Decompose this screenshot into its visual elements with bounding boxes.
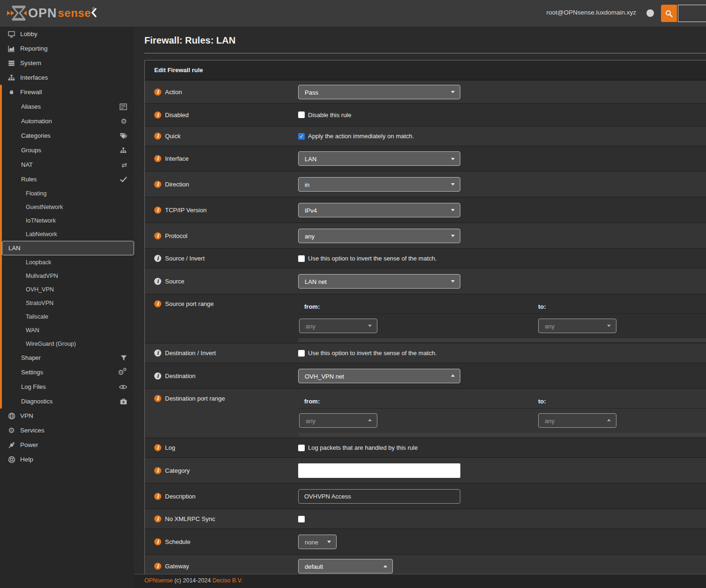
sidebar-item-aliases[interactable]: Aliases	[2, 99, 134, 114]
sidebar-item-categories[interactable]: Categories	[2, 128, 134, 143]
field-label: Destination	[165, 372, 195, 380]
sidebar-item-rules-loopback[interactable]: Loopback	[2, 255, 134, 269]
sidebar-item-rules-tailscale[interactable]: Tailscale	[2, 310, 134, 323]
sidebar-item-power[interactable]: Power	[0, 438, 134, 452]
chevron-down-icon	[607, 325, 611, 327]
sidebar-item-label: Lobby	[20, 30, 38, 37]
sidebar-item-rules-stratovpn[interactable]: StratoVPN	[2, 296, 134, 310]
action-select[interactable]: Pass	[298, 85, 460, 99]
info-icon[interactable]: i	[154, 232, 161, 239]
sidebar-collapse-button[interactable]	[91, 8, 98, 18]
sidebar-item-groups[interactable]: Groups	[2, 143, 134, 157]
sidebar-item-log-files[interactable]: Log Files	[2, 380, 134, 394]
from-label: from:	[298, 303, 538, 310]
horizontal-scrollbar[interactable]	[298, 338, 706, 342]
search-button[interactable]	[661, 5, 677, 22]
source-select[interactable]: LAN net	[298, 274, 460, 289]
sidebar-item-lobby[interactable]: Lobby	[0, 27, 134, 41]
log-checkbox[interactable]	[298, 445, 305, 451]
child-label: Aliases	[21, 103, 41, 110]
sub-label: LabNetwork	[26, 231, 57, 238]
sidebar-item-nat[interactable]: NAT ⇄	[2, 157, 134, 172]
opnsense-footer-link[interactable]: OPNsense	[144, 577, 173, 584]
child-label: Automation	[21, 118, 52, 125]
description-input[interactable]: OVHVPN Access	[298, 489, 460, 504]
info-icon[interactable]: i	[154, 538, 161, 545]
interface-select[interactable]: LAN	[298, 151, 460, 166]
quick-checkbox[interactable]: ✓	[298, 133, 305, 140]
info-icon[interactable]: i	[154, 350, 161, 357]
disabled-checkbox[interactable]	[298, 112, 305, 118]
sidebar-item-help[interactable]: Help	[0, 452, 134, 467]
info-icon[interactable]: i	[154, 493, 161, 500]
sidebar-item-rules-guestnetwork[interactable]: GuestNetwork	[2, 200, 134, 214]
field-label: Destination / Invert	[165, 350, 216, 357]
sidebar-item-interfaces[interactable]: Interfaces	[0, 70, 134, 85]
sidebar-item-rules-labnetwork[interactable]: LabNetwork	[2, 227, 134, 241]
sidebar-item-rules-iotnetwork[interactable]: IoTNetwork	[2, 214, 134, 227]
category-input[interactable]	[298, 463, 460, 478]
destination-port-to-select[interactable]: any	[538, 413, 616, 428]
sidebar-item-services[interactable]: ⚙ Services	[0, 423, 134, 438]
to-label: to:	[538, 303, 546, 310]
sidebar-item-rules-mullvadvpn[interactable]: MullvadVPN	[2, 269, 134, 283]
source-invert-checkbox[interactable]	[298, 255, 305, 262]
sidebar-item-rules-floating[interactable]: Floating	[2, 186, 134, 200]
chevron-up-icon	[607, 419, 611, 421]
destination-port-from-select[interactable]: any	[299, 413, 377, 428]
from-label: from:	[298, 398, 538, 405]
info-icon[interactable]: i	[154, 112, 161, 119]
field-label: Source port range	[165, 300, 214, 307]
deciso-footer-link[interactable]: Deciso B.V.	[212, 577, 242, 584]
source-port-from-select[interactable]: any	[299, 319, 377, 333]
no-xmlrpc-sync-checkbox[interactable]	[298, 516, 305, 522]
direction-select[interactable]: in	[298, 177, 460, 192]
schedule-select[interactable]: none	[298, 535, 337, 549]
horizontal-scrollbar[interactable]	[298, 433, 706, 437]
sidebar-item-rules-wan[interactable]: WAN	[2, 323, 134, 337]
chevron-down-icon	[368, 325, 372, 327]
cogs-icon: ⚙⚙	[118, 369, 127, 376]
sidebar-item-vpn[interactable]: VPN	[0, 409, 134, 423]
info-icon[interactable]: i	[154, 372, 161, 380]
chevron-down-icon	[451, 158, 455, 160]
protocol-select[interactable]: any	[298, 229, 460, 243]
info-icon[interactable]: i	[154, 207, 161, 214]
sidebar-item-firewall[interactable]: Firewall	[2, 85, 134, 99]
info-icon[interactable]: i	[154, 181, 161, 188]
opnsense-logo[interactable]: OPNsense®	[7, 4, 95, 22]
sidebar-item-reporting[interactable]: Reporting	[0, 41, 134, 56]
info-icon[interactable]: i	[154, 133, 161, 140]
sidebar-item-rules[interactable]: Rules	[2, 172, 134, 186]
sidebar-item-rules-wireguard-group[interactable]: WireGuard (Group)	[2, 337, 134, 350]
select-value: LAN	[305, 156, 316, 163]
chevron-down-icon	[451, 183, 455, 186]
sidebar-item-rules-lan-selected[interactable]: LAN	[2, 241, 134, 255]
destination-invert-checkbox[interactable]	[298, 350, 305, 357]
info-icon[interactable]: i	[154, 563, 161, 570]
info-icon[interactable]: i	[154, 89, 161, 96]
info-icon[interactable]: i	[154, 278, 161, 285]
sidebar-item-diagnostics[interactable]: Diagnostics	[2, 394, 134, 409]
info-icon[interactable]: i	[154, 155, 161, 162]
logged-in-user[interactable]: root@OPNsense.luxdomain.xyz	[546, 9, 636, 16]
info-icon[interactable]: i	[154, 395, 161, 402]
tcpip-version-select[interactable]: IPv4	[298, 203, 460, 217]
select-value: any	[545, 323, 555, 330]
sidebar-item-system[interactable]: System	[0, 56, 134, 70]
info-icon[interactable]: i	[154, 300, 161, 307]
info-icon[interactable]: i	[154, 255, 161, 262]
info-icon[interactable]: i	[154, 515, 161, 522]
sidebar-item-settings[interactable]: Settings ⚙⚙	[2, 365, 134, 380]
search-input[interactable]	[678, 5, 706, 22]
destination-select[interactable]: OVH_VPN net	[298, 369, 460, 383]
info-icon[interactable]: i	[154, 444, 161, 451]
sidebar-item-shaper[interactable]: Shaper	[2, 350, 134, 365]
gateway-select[interactable]: default	[298, 559, 393, 573]
chevron-up-icon	[451, 374, 455, 377]
sidebar-item-rules-ovh-vpn[interactable]: OVH_VPN	[2, 283, 134, 296]
child-label: Shaper	[21, 354, 41, 361]
info-icon[interactable]: i	[154, 467, 161, 474]
source-port-to-select[interactable]: any	[538, 319, 616, 333]
sidebar-item-automation[interactable]: Automation ⚙	[2, 114, 134, 128]
